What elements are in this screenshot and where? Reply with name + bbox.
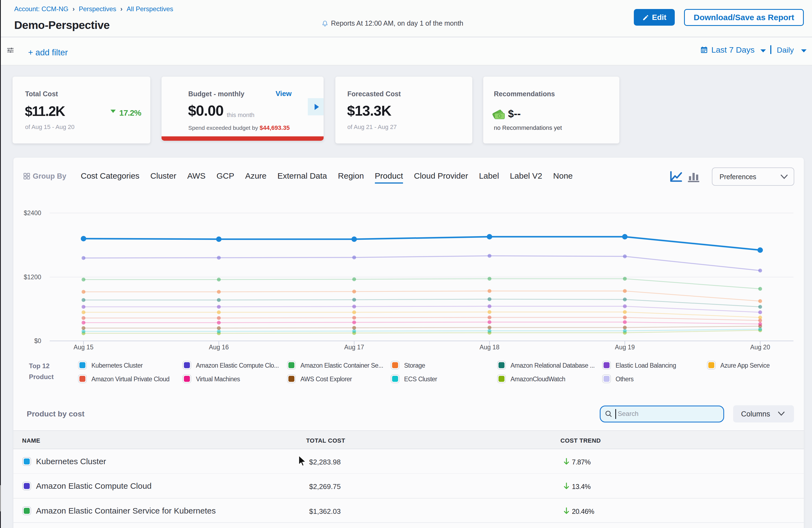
svg-text:Aug 16: Aug 16 bbox=[209, 343, 229, 351]
svg-text:Aug 19: Aug 19 bbox=[615, 343, 635, 351]
svg-text:$2400: $2400 bbox=[24, 209, 41, 217]
svg-text:Aug 15: Aug 15 bbox=[74, 343, 93, 351]
svg-text:Aug 20: Aug 20 bbox=[750, 343, 770, 351]
svg-text:$1200: $1200 bbox=[24, 274, 41, 281]
svg-text:Aug 17: Aug 17 bbox=[344, 343, 364, 351]
svg-text:$0: $0 bbox=[34, 337, 41, 344]
svg-text:Aug 18: Aug 18 bbox=[480, 343, 499, 351]
